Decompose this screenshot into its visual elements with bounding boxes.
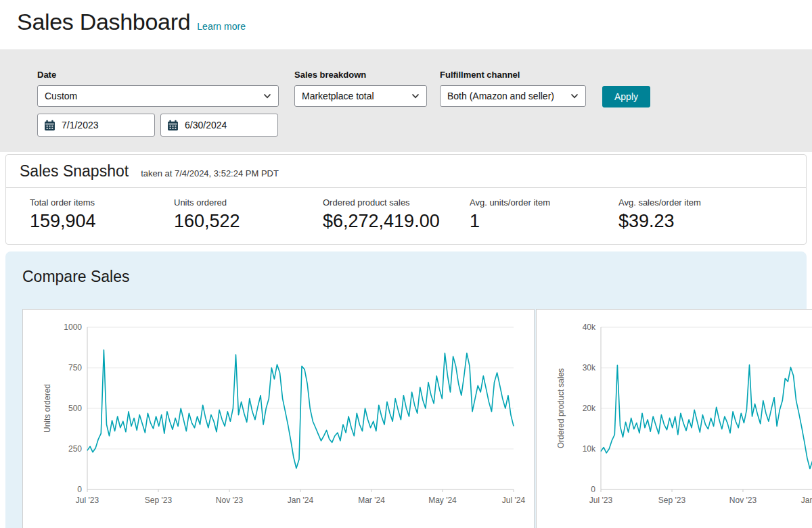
stat-label: Avg. units/order item (470, 197, 612, 208)
snapshot-stats-row: Total order items 159,904 Units ordered … (6, 188, 806, 244)
breakdown-label: Sales breakdown (294, 70, 427, 80)
date-range-select[interactable]: Custom (37, 85, 279, 107)
stat-avg-units-per-order: Avg. units/order item 1 (470, 197, 618, 232)
chevron-down-icon (263, 93, 271, 99)
date-from-value: 7/1/2023 (62, 120, 99, 130)
svg-text:May '24: May '24 (428, 496, 457, 505)
compare-sales-section: Compare Sales 02505007501000Jul '23Sep '… (5, 251, 807, 528)
channel-filter-group: Fulfillment channel Both (Amazon and sel… (440, 70, 586, 107)
snapshot-timestamp: taken at 7/4/2024, 3:52:24 PM PDT (141, 168, 279, 178)
stat-ordered-product-sales: Ordered product sales $6,272,419.00 (323, 197, 470, 232)
stat-label: Ordered product sales (323, 197, 463, 208)
svg-text:40k: 40k (583, 322, 596, 332)
date-filter-group: Date Custom 7/1/2023 6/30/2024 (37, 70, 279, 137)
product-sales-chart-box: 010k20k30k40kJul '23Sep '23Nov '23Jan '2… (536, 309, 812, 528)
stat-label: Units ordered (174, 197, 316, 208)
stat-value: 160,522 (174, 211, 316, 232)
svg-text:Sep '23: Sep '23 (145, 496, 173, 505)
svg-text:250: 250 (68, 444, 82, 454)
svg-text:750: 750 (68, 363, 82, 373)
calendar-icon (167, 120, 179, 131)
stat-value: $39.23 (618, 211, 701, 232)
svg-text:Jan '24: Jan '24 (801, 496, 812, 505)
svg-text:Jul '23: Jul '23 (76, 496, 99, 505)
units-ordered-chart[interactable]: 02505007501000Jul '23Sep '23Nov '23Jan '… (23, 310, 534, 528)
svg-text:20k: 20k (583, 404, 596, 413)
svg-text:Jan '24: Jan '24 (288, 496, 314, 505)
stat-value: 1 (470, 211, 612, 232)
compare-sales-title: Compare Sales (22, 268, 807, 286)
svg-text:30k: 30k (583, 363, 596, 373)
product-sales-chart[interactable]: 010k20k30k40kJul '23Sep '23Nov '23Jan '2… (537, 310, 812, 528)
breakdown-filter-group: Sales breakdown Marketplace total (294, 70, 427, 107)
svg-text:Jul '24: Jul '24 (502, 496, 526, 505)
units-ordered-chart-box: 02505007501000Jul '23Sep '23Nov '23Jan '… (22, 309, 535, 528)
chevron-down-icon (411, 93, 420, 99)
stat-value: $6,272,419.00 (323, 211, 463, 232)
stat-units-ordered: Units ordered 160,522 (174, 197, 323, 232)
calendar-icon (44, 120, 55, 131)
svg-text:Nov '23: Nov '23 (729, 496, 757, 505)
date-to-value: 6/30/2024 (185, 120, 227, 130)
date-label: Date (37, 70, 279, 80)
snapshot-header: Sales Snapshot taken at 7/4/2024, 3:52:2… (6, 155, 806, 188)
svg-text:1000: 1000 (64, 322, 82, 332)
page-title: Sales Dashboard (17, 9, 190, 35)
svg-text:Ordered product sales: Ordered product sales (556, 368, 566, 449)
breakdown-value: Marketplace total (302, 91, 374, 101)
svg-text:10k: 10k (583, 444, 596, 454)
stat-value: 159,904 (30, 211, 167, 232)
page-header: Sales Dashboard Learn more (0, 0, 812, 49)
charts-row: 02505007501000Jul '23Sep '23Nov '23Jan '… (22, 309, 807, 528)
svg-text:Jul '23: Jul '23 (589, 496, 613, 505)
snapshot-title: Sales Snapshot (20, 162, 129, 181)
stat-avg-sales-per-order: Avg. sales/order item $39.23 (618, 197, 708, 232)
learn-more-link[interactable]: Learn more (197, 21, 246, 32)
date-range-value: Custom (45, 91, 77, 101)
chevron-down-icon (570, 93, 579, 99)
stat-label: Avg. sales/order item (618, 197, 701, 208)
svg-text:Units ordered: Units ordered (43, 384, 52, 433)
svg-text:0: 0 (591, 485, 595, 494)
channel-select[interactable]: Both (Amazon and seller) (440, 85, 586, 107)
svg-text:500: 500 (68, 404, 82, 413)
breakdown-select[interactable]: Marketplace total (294, 85, 427, 107)
filter-bar: Date Custom 7/1/2023 6/30/2024 Sales bre… (0, 49, 812, 152)
channel-value: Both (Amazon and seller) (447, 91, 554, 101)
svg-text:Sep '23: Sep '23 (658, 496, 686, 505)
svg-text:0: 0 (77, 485, 82, 494)
svg-text:Mar '24: Mar '24 (358, 496, 385, 505)
stat-label: Total order items (30, 197, 167, 208)
stat-total-order-items: Total order items 159,904 (30, 197, 174, 232)
sales-snapshot-section: Sales Snapshot taken at 7/4/2024, 3:52:2… (5, 154, 807, 245)
date-to-input[interactable]: 6/30/2024 (160, 114, 278, 137)
date-range-row: 7/1/2023 6/30/2024 (37, 114, 279, 137)
channel-label: Fulfillment channel (440, 70, 586, 80)
svg-text:Nov '23: Nov '23 (216, 496, 244, 505)
date-from-input[interactable]: 7/1/2023 (37, 114, 155, 137)
apply-button[interactable]: Apply (602, 86, 650, 107)
